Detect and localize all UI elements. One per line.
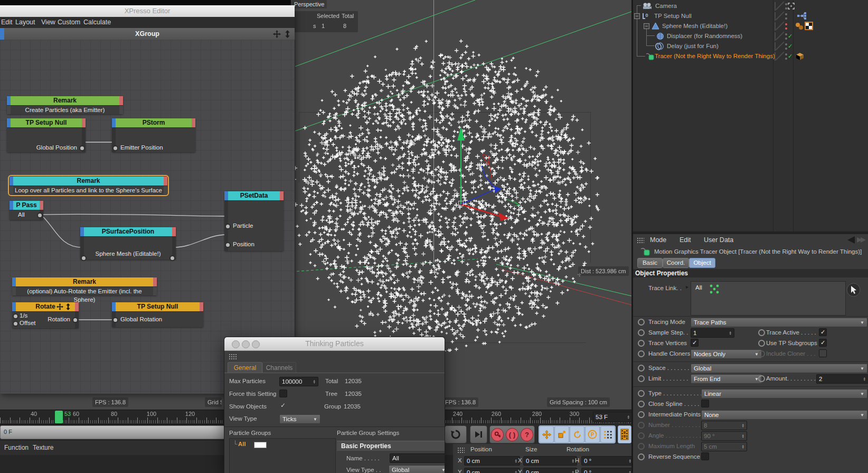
expand-arrow-icon[interactable]: ▸ <box>686 284 688 290</box>
rotation-p-field[interactable]: 0 °▲▼ <box>581 468 631 473</box>
layer-toggle[interactable] <box>775 32 776 41</box>
output-port[interactable] <box>72 317 78 323</box>
keying-help-button[interactable]: ? <box>521 428 533 441</box>
goto-end-button[interactable] <box>470 425 487 443</box>
position-x-field[interactable]: 0 cm▲▼ <box>464 456 520 466</box>
close-window-icon[interactable] <box>232 340 240 348</box>
handle-cloners-dropdown[interactable]: Nodes Only▼ <box>691 349 762 359</box>
visibility-dot-bottom[interactable] <box>785 27 787 30</box>
limit-dropdown[interactable]: From End▼ <box>691 374 762 384</box>
texture-tag-icon[interactable] <box>805 22 813 30</box>
node-tp-setup-null-rotation[interactable]: TP Setup Null Global Rotation <box>112 302 203 327</box>
show-objects-check-icon[interactable]: ✓ <box>280 402 286 409</box>
space-dropdown[interactable]: Global▼ <box>691 364 867 373</box>
layer-toggle[interactable] <box>775 2 776 11</box>
visibility-dot-top[interactable] <box>785 53 787 55</box>
trace-active-checkbox[interactable]: ✓ <box>819 328 827 336</box>
size-x-field[interactable]: 0 cm▲▼ <box>523 456 577 466</box>
sample-step-field[interactable]: 1▲▼ <box>691 328 734 338</box>
visibility-dot-bottom[interactable] <box>785 7 787 10</box>
layer-toggle[interactable] <box>775 42 776 51</box>
xpresso-tag-icon[interactable] <box>797 12 806 20</box>
am-menu-mode[interactable]: Mode <box>650 236 666 244</box>
playhead[interactable] <box>55 411 63 423</box>
node-psurfaceposition[interactable]: PSurfacePosition Sphere Mesh (Editable!) <box>80 227 176 259</box>
size-y-field[interactable]: 0 cm▲▼ <box>523 468 577 473</box>
close-spline-checkbox[interactable] <box>701 400 709 407</box>
node-rotate[interactable]: Rotate 1/s Offset Rotation <box>12 302 79 328</box>
xgroup-header[interactable]: XGroup <box>0 28 295 40</box>
object-properties-header[interactable]: Object Properties <box>633 269 868 277</box>
xpresso-menu-layout[interactable]: Layout <box>15 18 35 26</box>
group-color-swatch[interactable] <box>254 442 267 448</box>
am-menu-user-data[interactable]: User Data <box>704 236 733 244</box>
rotation-h-field[interactable]: 0 °▲▼ <box>581 456 631 466</box>
phong-tag-icon[interactable] <box>795 22 804 30</box>
intermediate-points-dropdown[interactable]: None▼ <box>701 410 867 420</box>
xpresso-menu-edit[interactable]: Edit <box>1 18 13 26</box>
render-view-button[interactable] <box>618 425 631 443</box>
number-field[interactable]: 8▲▼ <box>701 421 747 430</box>
amount-field[interactable]: 2▲▼ <box>816 374 868 384</box>
visibility-dot-top[interactable] <box>785 23 787 25</box>
menu-function[interactable]: Function <box>4 444 29 451</box>
xpresso-menu-custom[interactable]: Custom <box>58 18 80 26</box>
scale-tool-button[interactable] <box>554 426 569 443</box>
layer-toggle[interactable] <box>775 52 776 61</box>
xpresso-menu-view[interactable]: View <box>41 18 55 26</box>
collapse-icon[interactable]: – <box>634 13 640 19</box>
use-tp-subgroups-checkbox[interactable]: ✓ <box>819 339 827 347</box>
include-cloner-checkbox[interactable] <box>819 349 827 357</box>
resize-node-icon[interactable] <box>65 303 71 310</box>
om-row-tracer[interactable]: Tracer (Not the Right Way to Render Thin… <box>633 51 868 61</box>
om-row-delay[interactable]: Delay (just for Fun) ✓ <box>633 41 868 51</box>
view-type-dropdown[interactable]: Ticks▼ <box>279 414 320 424</box>
output-port[interactable] <box>169 255 175 261</box>
play-forward-button[interactable] <box>445 425 467 443</box>
node-pstorm[interactable]: PStorm Emitter Position <box>112 118 195 152</box>
node-p-pass[interactable]: P Pass All <box>10 201 43 220</box>
name-field[interactable]: All <box>390 453 445 463</box>
tp-grip[interactable] <box>229 354 237 360</box>
tp-window-titlebar[interactable]: Thinking Particles <box>224 337 445 351</box>
trace-link-list[interactable]: All <box>691 281 846 316</box>
menu-texture[interactable]: Texture <box>33 444 53 451</box>
maximum-length-field[interactable]: 5 cm▲▼ <box>701 442 747 451</box>
history-arrows-icon[interactable] <box>846 236 866 244</box>
node-remark-loop[interactable]: Remark Loop over all Particles and link … <box>10 177 167 194</box>
force-setting-checkbox[interactable] <box>279 389 287 397</box>
snap-grid-button[interactable] <box>600 426 615 443</box>
node-psetdata[interactable]: PSetData Particle Position <box>224 191 284 251</box>
tab-coord[interactable]: Coord. <box>663 258 689 268</box>
layer-toggle[interactable] <box>775 12 776 21</box>
visibility-dot-top[interactable] <box>785 3 787 5</box>
output-port[interactable] <box>37 212 43 218</box>
input-port-position[interactable] <box>225 242 231 248</box>
visibility-dot-bottom[interactable] <box>785 58 787 60</box>
om-row-sphere-mesh[interactable]: – Sphere Mesh (Editable!) <box>633 21 868 31</box>
move-node-icon[interactable] <box>56 303 63 310</box>
visibility-dot-top[interactable] <box>785 13 787 15</box>
record-key-button[interactable] <box>491 428 504 441</box>
zoom-window-icon[interactable] <box>252 340 260 348</box>
pick-object-icon[interactable] <box>846 283 861 297</box>
node-tp-setup-null-position[interactable]: TP Setup Null Global Position <box>7 118 86 152</box>
move-group-icon[interactable] <box>273 30 281 38</box>
visibility-dot-top[interactable] <box>785 33 787 35</box>
frame-range-slider[interactable]: 0 F <box>0 425 225 439</box>
input-port[interactable] <box>112 145 118 151</box>
input-port-offset[interactable] <box>13 321 18 327</box>
enabled-check-icon[interactable]: ✓ <box>788 43 792 50</box>
tab-channels[interactable]: Channels <box>262 362 296 373</box>
angle-field[interactable]: 90 °▲▼ <box>701 431 747 441</box>
visibility-dot-top[interactable] <box>785 43 787 45</box>
input-port[interactable] <box>112 317 118 323</box>
tab-object[interactable]: Object <box>689 258 715 268</box>
trace-vertices-checkbox[interactable]: ✓ <box>691 339 699 347</box>
max-particles-field[interactable]: 100000▲▼ <box>279 377 318 386</box>
basic-properties-header[interactable]: Basic Properties <box>337 441 445 451</box>
om-row-camera[interactable]: Camera <box>633 1 868 11</box>
om-row-tp-setup-null[interactable]: – 0 TP Setup Null <box>633 11 868 21</box>
visibility-dot-bottom[interactable] <box>785 38 787 40</box>
output-port[interactable] <box>79 145 85 151</box>
